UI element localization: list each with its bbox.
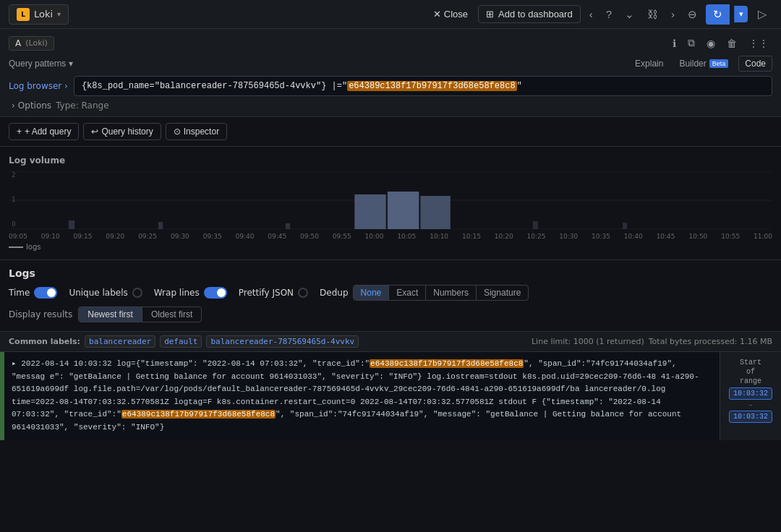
log-browser-link[interactable]: Log browser › [9,81,68,91]
add-query-button[interactable]: + + Add query [9,123,79,140]
log-browser-label: Log browser [9,81,61,91]
chevron-button[interactable]: ⌄ [620,5,639,24]
x-label-1020: 10:20 [495,233,513,240]
svg-rect-13 [623,223,627,229]
display-results-label: Display results [9,309,72,319]
log-volume-title: Log volume [9,155,772,166]
zoom-out-button[interactable]: ⊖ [683,5,701,24]
explain-button[interactable]: Explain [629,56,669,71]
svg-rect-7 [388,192,419,229]
oldest-first-button[interactable]: Oldest first [142,307,201,322]
label-chip-full[interactable]: balancereader-787569465d-4vvkv [206,335,359,348]
forward-button[interactable]: › [667,5,679,23]
inspector-icon: ⊙ [174,126,181,137]
log-content: ▸ 2022-08-14 10:03:32 log={"timestamp": … [4,352,720,440]
wrap-lines-toggle[interactable] [204,287,227,299]
close-button[interactable]: ✕ Close [427,6,474,22]
top-bar: L Loki ▾ ✕ Close ⊞ Add to dashboard ‹ ? … [0,0,781,29]
query-more-button[interactable]: ⋮⋮ [745,35,772,51]
log-right-panel: Start of range 10:03:32 – 10:03:32 [720,352,781,440]
x-label-1030: 10:30 [559,233,578,240]
query-label: A (Loki) [9,36,54,51]
code-button[interactable]: Code [738,56,772,72]
log-timestamp: ▸ 2022-08-14 10:03:32 [12,359,116,368]
loki-icon: L [17,8,30,21]
chart-x-labels: 09:05 09:10 09:15 09:20 09:25 09:30 09:3… [9,233,772,240]
chart-container: 2 1 0 09:05 09:10 09:15 09:20 09:25 09:3… [9,171,772,251]
x-label-1040: 10:40 [624,233,643,240]
dedup-exact-button[interactable]: Exact [389,286,426,300]
plus-icon: + [17,126,22,137]
query-copy-button[interactable]: ⧉ [684,35,699,51]
time-toggle[interactable] [34,287,57,299]
builder-label: Builder [679,59,706,69]
dedup-signature-button[interactable]: Signature [477,286,528,300]
label-chip-default[interactable]: default [160,335,202,348]
timestamp-dash: – [748,401,753,409]
datasource-selector[interactable]: L Loki ▾ [9,4,69,25]
query-datasource: (Loki) [25,38,48,48]
x-label-1005: 10:05 [397,233,416,240]
prettify-json-toggle[interactable] [298,288,308,298]
x-label-1010: 10:10 [430,233,448,240]
timestamp-tag-2: 10:03:32 [729,411,772,423]
x-label-1050: 10:50 [688,233,707,240]
x-label-0915: 09:15 [74,233,93,240]
log-volume-chart: 2 1 0 [9,171,772,229]
wrap-lines-label: Wrap lines [154,288,200,298]
unique-labels-label: Unique labels [69,288,127,298]
inspector-button[interactable]: ⊙ Inspector [166,123,227,140]
logs-controls: Time Unique labels Wrap lines Prettify J… [9,285,772,301]
back-button[interactable]: ‹ [585,5,597,23]
x-label-1025: 10:25 [527,233,546,240]
unique-labels-toggle[interactable] [132,288,142,298]
options-row: › Options Type: Range [9,100,772,111]
query-eye-button[interactable]: ◉ [703,35,719,51]
query-info-button[interactable]: ℹ [669,35,680,51]
link-button[interactable]: ⛓ [643,5,662,23]
svg-rect-8 [420,196,450,229]
add-dashboard-button[interactable]: ⊞ Add to dashboard [478,5,581,23]
x-label-1055: 10:55 [721,233,740,240]
query-history-button[interactable]: ↩ Query history [83,123,161,140]
order-buttons: Newest first Oldest first [78,306,202,322]
close-icon: ✕ [433,9,441,20]
dashboard-icon: ⊞ [486,9,494,20]
query-delete-button[interactable]: 🗑 [723,35,741,51]
dedup-numbers-button[interactable]: Numbers [426,286,477,300]
x-label-1100: 11:00 [754,233,772,240]
chevron-down-icon: ▾ [57,10,61,18]
builder-button[interactable]: Builder Beta [673,56,734,71]
log-output: ▸ 2022-08-14 10:03:32 log={"timestamp": … [0,352,781,440]
svg-text:0: 0 [12,220,15,228]
history-icon: ↩ [91,126,98,137]
query-code[interactable]: {k8s_pod_name="balancereader-787569465d-… [74,76,772,96]
start-of-range-range: range [740,377,761,386]
chevron-right-icon: › [12,100,15,111]
datasource-label: Loki [34,9,53,20]
options-toggle[interactable]: › Options [12,100,51,111]
x-label-0945: 09:45 [268,233,286,240]
chevron-down-icon: ▾ [69,59,73,69]
unique-labels-control: Unique labels [69,288,142,298]
inspector-label: Inspector [184,126,219,137]
wrap-lines-control: Wrap lines [154,287,227,299]
time-control: Time [9,287,57,299]
run-button[interactable]: ▷ [752,4,772,24]
refresh-button[interactable]: ↻ [706,4,730,25]
query-highlight: e64389c138f17b97917f3d68e58fe8c8 [347,81,516,91]
query-patterns-button[interactable]: Query patterns ▾ [9,59,73,69]
newest-first-button[interactable]: Newest first [79,307,142,322]
help-button[interactable]: ? [602,5,616,23]
refresh-dropdown-button[interactable]: ▾ [734,6,748,22]
dedup-none-button[interactable]: None [354,286,390,300]
common-labels-bar: Common labels: balancereader default bal… [0,331,781,352]
label-chip-balancereader[interactable]: balancereader [85,335,155,348]
x-label-1035: 10:35 [592,233,610,240]
common-labels-title: Common labels: [9,337,80,346]
log-text: log={"timestamp": "2022-08-14 07:03:32",… [116,359,370,368]
query-patterns-label: Query patterns [9,59,66,69]
x-label-0930: 09:30 [171,233,189,240]
logs-section: Logs Time Unique labels Wrap lines Prett… [0,260,781,331]
dedup-label: Dedup [320,288,348,298]
